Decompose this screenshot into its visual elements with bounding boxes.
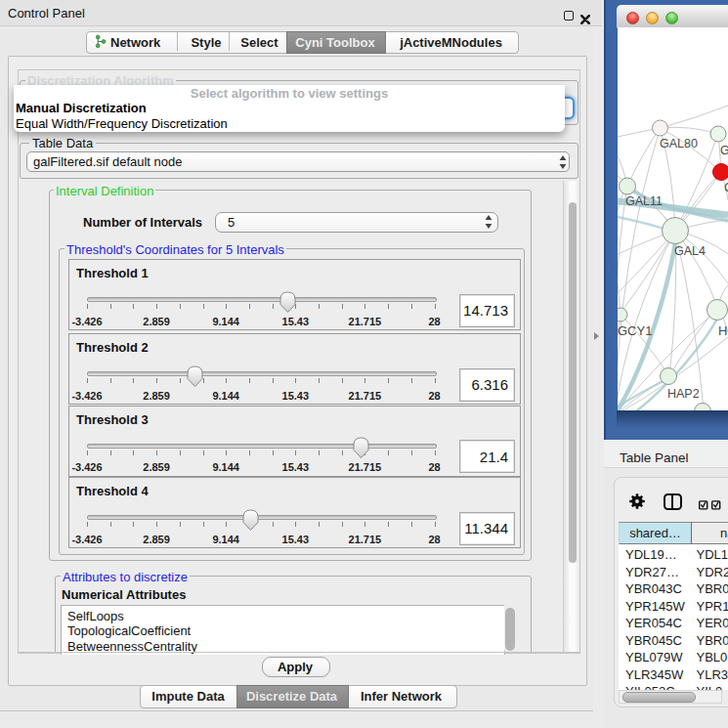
svg-text:G.: G.: [720, 144, 728, 157]
svg-text:C: C: [724, 181, 728, 194]
svg-text:GAL4: GAL4: [674, 244, 706, 258]
svg-text:HAP2: HAP2: [667, 387, 700, 401]
svg-text:GAL80: GAL80: [660, 137, 698, 150]
svg-text:H: H: [718, 323, 727, 338]
svg-text:GCY1: GCY1: [618, 323, 652, 338]
svg-text:GAL11: GAL11: [625, 194, 663, 208]
